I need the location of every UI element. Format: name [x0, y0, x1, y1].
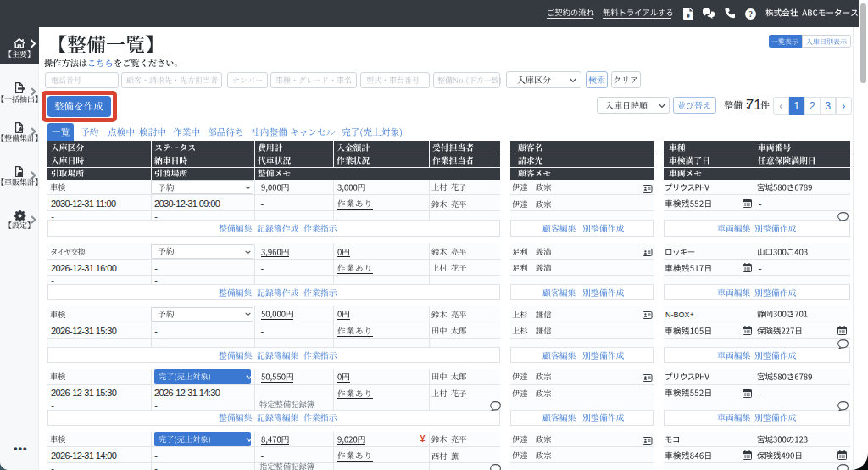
svg-text:?: ? [748, 10, 753, 19]
svg-text:¥: ¥ [687, 12, 691, 20]
